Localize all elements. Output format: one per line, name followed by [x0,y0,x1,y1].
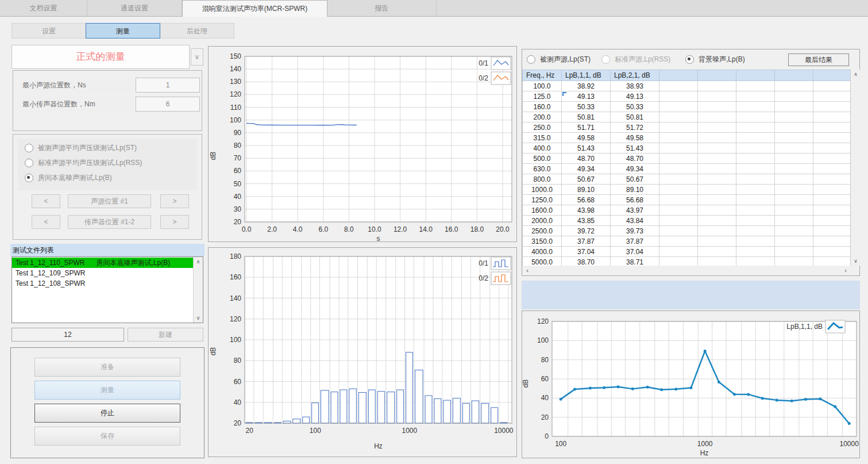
table-cell[interactable]: 315.0 [523,133,562,143]
subtab-postprocess[interactable]: 后处理 [160,23,234,39]
table-cell[interactable]: 1250.0 [523,195,562,205]
table-cell[interactable] [813,164,851,174]
table-cell[interactable]: 39.73 [611,226,659,236]
table-cell[interactable]: 39.72 [562,226,611,236]
scroll-down-icon[interactable]: ∨ [851,256,861,266]
table-cell[interactable]: 49.13 [562,91,611,102]
table-row[interactable]: 2500.039.7239.73 [523,226,851,236]
table-cell[interactable] [659,216,698,226]
table-cell[interactable] [659,122,698,133]
table-cell[interactable] [813,236,851,247]
table-cell[interactable]: 49.58 [611,133,659,143]
radio-icon[interactable] [25,174,33,182]
table-cell[interactable]: 50.33 [562,102,611,112]
tab-channel-settings[interactable]: 通道设置 [87,0,182,16]
radio-icon[interactable] [685,55,694,64]
table-cell[interactable]: 43.97 [611,205,659,216]
table-cell[interactable] [775,257,813,266]
mic-next-button[interactable]: > [160,215,189,229]
table-cell[interactable] [736,112,775,122]
table-cell[interactable] [736,81,775,91]
table-cell[interactable] [736,257,775,266]
table-cell[interactable] [813,112,851,122]
table-cell[interactable] [698,133,736,143]
table-row[interactable]: 100.038.9238.93 [523,81,851,91]
table-cell[interactable] [736,226,775,236]
chevron-down-icon[interactable]: ∨ [191,48,203,66]
table-cell[interactable] [698,102,736,112]
table-cell[interactable] [698,81,736,91]
table-cell[interactable] [659,257,698,266]
table-cell[interactable] [659,195,698,205]
table-cell[interactable] [775,143,813,154]
test-file-list[interactable]: Test 1_12_110_SPWR房间本底噪声测试,Lp(B)Test 1_1… [11,256,203,323]
table-cell[interactable] [775,185,813,195]
table-cell[interactable]: 43.85 [562,216,611,226]
table-cell[interactable] [736,154,775,164]
display-radio-lp-st[interactable]: 被测声源,Lp(ST) [527,55,591,64]
table-cell[interactable] [698,216,736,226]
table-row[interactable]: 800.050.6750.67 [523,174,851,185]
mic-position-button[interactable]: 传声器位置 #1-2 [68,215,151,229]
table-cell[interactable]: 38.71 [611,257,659,266]
table-row[interactable]: 315.049.5849.58 [523,133,851,143]
table-cell[interactable]: 49.34 [562,164,611,174]
table-cell[interactable] [775,133,813,143]
table-cell[interactable] [698,91,736,102]
table-cell[interactable] [698,247,736,257]
table-cell[interactable] [736,164,775,174]
display-radio-lp-rss[interactable]: 标准声源,Lp(RSS) [601,55,670,64]
radio-lp-b[interactable]: 房间本底噪声测试,Lp(B) [25,173,112,182]
source-position-button[interactable]: 声源位置 #1 [68,194,151,208]
file-count-button[interactable]: 12 [11,328,124,342]
save-button[interactable]: 保存 [34,427,180,446]
table-cell[interactable] [736,102,775,112]
table-cell[interactable] [775,226,813,236]
table-cell[interactable]: 2000.0 [523,216,562,226]
table-row[interactable]: 160.050.3350.33 [523,102,851,112]
subtab-setup[interactable]: 设置 [11,23,86,39]
table-cell[interactable]: 48.70 [562,154,611,164]
table-cell[interactable] [775,102,813,112]
table-cell[interactable] [813,216,851,226]
table-cell[interactable] [736,174,775,185]
table-cell[interactable] [775,195,813,205]
table-cell[interactable] [698,112,736,122]
table-cell[interactable]: 160.0 [523,102,562,112]
table-cell[interactable]: 37.04 [562,247,611,257]
table-cell[interactable]: 400.0 [523,143,562,154]
table-cell[interactable] [813,195,851,205]
scroll-up-icon[interactable]: ∧ [194,257,203,266]
table-cell[interactable]: 51.72 [611,122,659,133]
table-cell[interactable]: 50.81 [562,112,611,122]
table-cell[interactable] [775,81,813,91]
table-row[interactable]: 200.050.8150.81 [523,112,851,122]
table-cell[interactable]: 56.68 [611,195,659,205]
file-list-item[interactable]: Test 1_12_108_SPWR [12,278,193,289]
tab-mcr-spwr[interactable]: 混响室法测试声功率(MCR-SPWR) [182,0,327,17]
table-row[interactable]: 1600.043.9843.97 [523,205,851,216]
table-cell[interactable] [659,247,698,257]
table-row[interactable]: 2000.043.8543.84 [523,216,851,226]
table-cell[interactable]: 1600.0 [523,205,562,216]
table-cell[interactable] [659,112,698,122]
table-cell[interactable]: 51.71 [562,122,611,133]
table-cell[interactable]: 51.43 [562,143,611,154]
table-cell[interactable]: 49.34 [611,164,659,174]
table-cell[interactable] [698,195,736,205]
table-cell[interactable] [698,205,736,216]
table-cell[interactable]: 43.84 [611,216,659,226]
table-cell[interactable] [813,247,851,257]
table-cell[interactable] [775,247,813,257]
table-cell[interactable] [775,174,813,185]
new-file-button[interactable]: 新建 [128,328,203,342]
stop-button[interactable]: 停止 [34,404,180,423]
table-cell[interactable] [698,226,736,236]
file-list-scrollbar[interactable]: ∧ ∨ [193,257,203,323]
table-cell[interactable] [698,164,736,174]
table-cell[interactable]: 49.58 [562,133,611,143]
table-row[interactable]: 3150.037.8737.87 [523,236,851,247]
table-row[interactable]: 5000.038.7038.71 [523,257,851,266]
table-cell[interactable] [813,122,851,133]
table-cell[interactable] [698,143,736,154]
